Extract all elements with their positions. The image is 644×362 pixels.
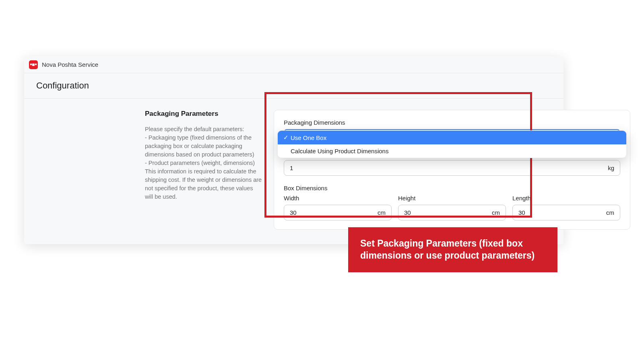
height-unit: cm — [486, 209, 506, 216]
check-icon: ✓ — [283, 134, 291, 141]
packaging-type-dropdown: ✓ Use One Box Calculate Using Product Di… — [277, 130, 627, 158]
callout-text: Set Packaging Parameters (fixed box dime… — [360, 238, 535, 261]
section-description-column: Packaging Parameters Please specify the … — [145, 110, 274, 230]
length-unit: cm — [601, 209, 620, 216]
app-window: Nova Poshta Service Configuration Packag… — [24, 56, 564, 244]
default-weight-input[interactable] — [284, 165, 602, 171]
length-field: cm — [512, 205, 620, 220]
section-title: Packaging Parameters — [145, 110, 262, 118]
length-input[interactable] — [513, 209, 601, 216]
page-title: Configuration — [36, 80, 551, 91]
box-dimensions-label: Box Dimensions — [284, 185, 620, 191]
dropdown-option-label: Use One Box — [291, 134, 326, 141]
height-label: Height — [398, 195, 506, 202]
width-field: cm — [284, 205, 392, 220]
page-subheader: Configuration — [24, 73, 564, 99]
width-unit: cm — [372, 209, 391, 216]
packaging-card: Packaging Dimensions ✓ Use One Box Calcu… — [274, 110, 630, 230]
default-weight-field: kg — [284, 160, 620, 176]
dropdown-option-calculate[interactable]: Calculate Using Product Dimensions — [278, 144, 626, 158]
width-input[interactable] — [284, 209, 372, 216]
left-gutter — [24, 110, 145, 230]
form-column: Packaging Dimensions ✓ Use One Box Calcu… — [274, 110, 644, 230]
app-logo-icon — [29, 60, 38, 69]
default-weight-unit: kg — [602, 165, 620, 171]
length-label: Length — [512, 195, 620, 202]
dropdown-option-use-one-box[interactable]: ✓ Use One Box — [278, 131, 626, 144]
content-area: Packaging Parameters Please specify the … — [24, 99, 564, 244]
packaging-dimensions-label: Packaging Dimensions — [284, 119, 620, 126]
height-field: cm — [398, 205, 506, 220]
height-input[interactable] — [398, 209, 486, 216]
dropdown-option-label: Calculate Using Product Dimensions — [291, 148, 388, 154]
width-label: Width — [284, 195, 392, 202]
section-description: Please specify the default parameters: -… — [145, 125, 262, 201]
app-header: Nova Poshta Service — [24, 56, 564, 73]
annotation-callout: Set Packaging Parameters (fixed box dime… — [348, 227, 557, 272]
box-dimensions-row: Width cm Height cm Len — [284, 195, 620, 220]
app-title: Nova Poshta Service — [42, 61, 98, 68]
